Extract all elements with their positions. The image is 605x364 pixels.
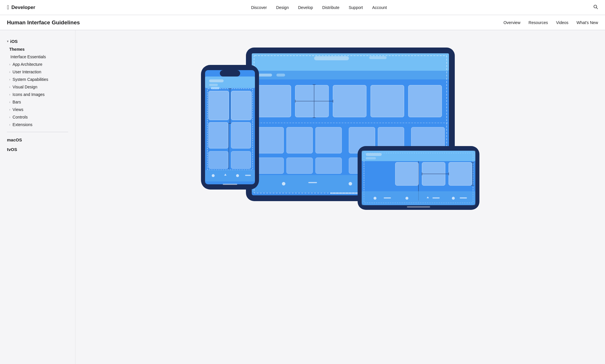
subnav-videos[interactable]: Videos (556, 20, 568, 25)
site-logo[interactable]:  Developer (7, 4, 35, 11)
svg-rect-60 (231, 151, 251, 169)
site-name: Developer (11, 5, 35, 10)
subnav-resources[interactable]: Resources (528, 20, 548, 25)
chevron-right-icon: › (9, 101, 10, 104)
svg-rect-15 (408, 85, 442, 117)
chevron-down-icon: ▾ (7, 40, 8, 43)
chevron-right-icon: › (9, 93, 10, 96)
chevron-right-icon: › (9, 78, 10, 81)
svg-rect-89 (460, 197, 467, 199)
svg-rect-71 (366, 153, 382, 156)
sidebar-item-system-capabilities[interactable]: › System Capabilities (0, 76, 75, 83)
svg-rect-76 (449, 162, 472, 185)
search-button[interactable] (593, 5, 598, 10)
svg-point-38 (349, 182, 352, 185)
sidebar-item-visual-design[interactable]: › Visual Design (0, 83, 75, 91)
svg-rect-11 (258, 85, 291, 117)
chevron-right-icon: › (9, 70, 10, 74)
sidebar-platform-tvos[interactable]: tvOS (0, 145, 75, 154)
svg-point-62 (212, 174, 215, 177)
svg-rect-14 (371, 85, 404, 117)
svg-rect-6 (369, 56, 387, 59)
svg-rect-48 (209, 79, 224, 82)
svg-rect-87 (432, 197, 440, 199)
main-layout: ▾ iOS Themes Interface Essentials › App … (0, 30, 605, 364)
main-content (75, 30, 605, 364)
svg-rect-13 (333, 85, 366, 117)
sidebar-item-views[interactable]: › Views (0, 106, 75, 113)
svg-rect-24 (287, 127, 313, 153)
sidebar-item-interface-essentials[interactable]: Interface Essentials (0, 53, 75, 61)
svg-rect-30 (287, 158, 313, 174)
sidebar-divider (7, 132, 68, 132)
svg-rect-37 (308, 182, 317, 183)
subnav-overview[interactable]: Overview (503, 20, 520, 25)
sidebar-item-extensions[interactable]: › Extensions (0, 121, 75, 128)
chevron-right-icon: › (9, 123, 10, 126)
sidebar-platform-ios-label: iOS (10, 39, 18, 44)
svg-rect-46 (220, 70, 240, 77)
svg-rect-90 (407, 206, 430, 208)
sidebar: ▾ iOS Themes Interface Essentials › App … (0, 30, 75, 364)
svg-rect-65 (223, 184, 237, 185)
svg-rect-23 (258, 127, 284, 153)
sidebar-platform-macos[interactable]: macOS (0, 136, 75, 144)
svg-rect-72 (366, 157, 376, 159)
svg-rect-58 (231, 122, 251, 148)
svg-rect-29 (258, 158, 284, 174)
sidebar-item-themes[interactable]: Themes (0, 46, 75, 53)
svg-point-84 (374, 197, 376, 200)
nav-distribute[interactable]: Distribute (322, 5, 339, 10)
chevron-right-icon: › (9, 108, 10, 111)
sidebar-item-icons-images[interactable]: › Icons and Images (0, 91, 75, 98)
svg-point-63 (236, 174, 239, 177)
subnav-whats-new[interactable]: What's New (577, 20, 598, 25)
svg-rect-49 (209, 84, 218, 86)
svg-rect-25 (316, 127, 342, 153)
chevron-right-icon: › (9, 63, 10, 66)
chevron-right-icon: › (9, 85, 10, 89)
devices-illustration (201, 42, 479, 221)
svg-rect-74 (395, 162, 419, 185)
iphone-device (201, 65, 259, 190)
nav-develop[interactable]: Develop (298, 5, 313, 10)
svg-rect-83 (362, 191, 475, 205)
sub-nav-links: Overview Resources Videos What's New (503, 20, 598, 25)
page-title: Human Interface Guidelines (7, 19, 503, 26)
nav-discover[interactable]: Discover (251, 5, 267, 10)
svg-rect-5 (314, 56, 349, 60)
svg-rect-59 (209, 151, 228, 169)
main-nav-links: Discover Design Develop Distribute Suppo… (45, 5, 593, 10)
svg-rect-85 (384, 197, 391, 199)
nav-account[interactable]: Account (372, 5, 387, 10)
sidebar-platform-ios[interactable]: ▾ iOS (0, 37, 75, 46)
svg-rect-66 (211, 87, 220, 89)
svg-point-36 (282, 182, 285, 185)
sidebar-item-app-architecture[interactable]: › App Architecture (0, 61, 75, 68)
chevron-right-icon: › (9, 116, 10, 119)
sidebar-item-bars[interactable]: › Bars (0, 98, 75, 106)
nav-support[interactable]: Support (349, 5, 363, 10)
search-icon (593, 5, 598, 9)
hero-illustration (75, 30, 605, 230)
svg-rect-55 (231, 91, 251, 120)
svg-point-88 (452, 197, 455, 200)
top-navigation:  Developer Discover Design Develop Dist… (0, 0, 605, 15)
svg-rect-64 (245, 175, 251, 176)
svg-rect-57 (209, 122, 228, 148)
svg-rect-54 (209, 91, 229, 120)
svg-rect-4 (252, 53, 449, 71)
sidebar-item-controls[interactable]: › Controls (0, 113, 75, 121)
apple-logo-icon:  (7, 4, 9, 11)
svg-rect-8 (258, 74, 272, 77)
svg-rect-31 (316, 158, 342, 174)
svg-line-1 (597, 8, 598, 9)
sidebar-item-user-interaction[interactable]: › User Interaction (0, 68, 75, 76)
iphone-landscape-device (358, 146, 479, 210)
svg-rect-9 (276, 74, 285, 77)
sub-navigation: Human Interface Guidelines Overview Reso… (0, 15, 605, 30)
svg-point-86 (405, 197, 408, 200)
nav-design[interactable]: Design (276, 5, 289, 10)
